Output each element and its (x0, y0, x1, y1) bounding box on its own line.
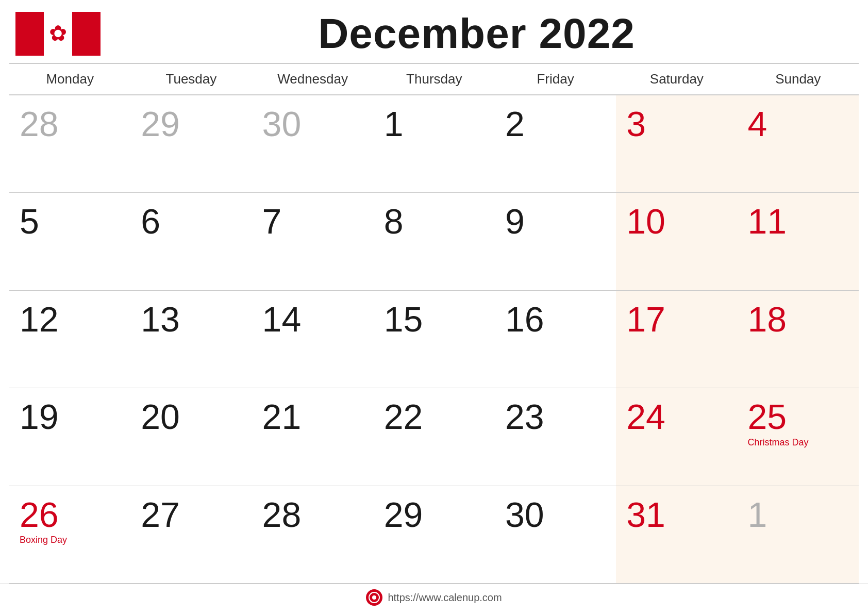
day-number: 1 (384, 104, 404, 143)
calendar-day-cell[interactable]: 26Boxing Day (9, 486, 130, 584)
weekday-header-row: Monday Tuesday Wednesday Thursday Friday… (9, 63, 859, 95)
day-number: 6 (141, 202, 160, 241)
calendar-day-cell[interactable]: 27 (130, 486, 252, 584)
day-number: 26 (20, 495, 59, 534)
day-number: 27 (141, 495, 180, 534)
day-number: 24 (626, 397, 665, 436)
day-number: 19 (20, 397, 59, 436)
day-number: 10 (626, 202, 665, 241)
calendar-day-cell[interactable]: 31 (616, 486, 737, 584)
calendar-day-cell[interactable]: 4 (737, 95, 859, 193)
header-tuesday: Tuesday (130, 63, 252, 95)
day-number: 1 (747, 495, 767, 534)
calendar-day-cell[interactable]: 5 (9, 193, 130, 291)
calendar-day-cell[interactable]: 1 (737, 486, 859, 584)
calendar-day-cell[interactable]: 1 (374, 95, 495, 193)
header-thursday: Thursday (374, 63, 495, 95)
day-number: 25 (747, 397, 787, 436)
day-number: 4 (747, 104, 767, 143)
day-number: 13 (141, 300, 180, 339)
calendar-day-cell[interactable]: 11 (737, 193, 859, 291)
calendar-week-row: 19202122232425Christmas Day (9, 388, 859, 486)
calendar-day-cell[interactable]: 22 (374, 388, 495, 486)
page-title: December 2022 (101, 9, 853, 58)
svg-point-1 (372, 595, 376, 600)
maple-leaf-icon: ✿ (49, 23, 67, 44)
calendar-header: Monday Tuesday Wednesday Thursday Friday… (9, 63, 859, 95)
day-number: 18 (747, 300, 787, 339)
calendar-week-row: 12131415161718 (9, 290, 859, 388)
calendar-day-cell[interactable]: 19 (9, 388, 130, 486)
day-number: 30 (262, 104, 302, 143)
day-number: 8 (384, 202, 404, 241)
calendar-week-row: 2829301234 (9, 95, 859, 193)
day-number: 16 (505, 300, 544, 339)
day-number: 17 (626, 300, 665, 339)
day-number: 2 (505, 104, 525, 143)
calendar-day-cell[interactable]: 15 (374, 290, 495, 388)
calendar-day-cell[interactable]: 6 (130, 193, 252, 291)
calendar-body: 2829301234567891011121314151617181920212… (9, 95, 859, 584)
header-saturday: Saturday (616, 63, 737, 95)
calendar-day-cell[interactable]: 7 (252, 193, 374, 291)
calendar-day-cell[interactable]: 29 (374, 486, 495, 584)
day-number: 31 (626, 495, 665, 534)
calendar-day-cell[interactable]: 8 (374, 193, 495, 291)
day-number: 20 (141, 397, 180, 436)
calendar-day-cell[interactable]: 16 (495, 290, 616, 388)
footer: https://www.calenup.com (0, 584, 868, 614)
header-sunday: Sunday (737, 63, 859, 95)
calendar-day-cell[interactable]: 14 (252, 290, 374, 388)
day-number: 29 (141, 104, 180, 143)
calendar-wrapper: Monday Tuesday Wednesday Thursday Friday… (0, 63, 868, 584)
day-number: 28 (20, 104, 59, 143)
calendar-week-row: 567891011 (9, 193, 859, 291)
day-number: 15 (384, 300, 423, 339)
day-number: 9 (505, 202, 525, 241)
day-number: 30 (505, 495, 544, 534)
footer-url: https://www.calenup.com (388, 592, 502, 604)
day-number: 7 (262, 202, 282, 241)
calendar-day-cell[interactable]: 12 (9, 290, 130, 388)
calendar-day-cell[interactable]: 28 (9, 95, 130, 193)
flag-center: ✿ (44, 12, 72, 56)
calendar-day-cell[interactable]: 10 (616, 193, 737, 291)
calendar-day-cell[interactable]: 20 (130, 388, 252, 486)
calendar-week-row: 26Boxing Day27282930311 (9, 486, 859, 584)
day-number: 3 (626, 104, 646, 143)
day-number: 22 (384, 397, 423, 436)
calendar-day-cell[interactable]: 2 (495, 95, 616, 193)
header: ✿ December 2022 (0, 0, 868, 63)
calendar-day-cell[interactable]: 17 (616, 290, 737, 388)
day-number: 28 (262, 495, 302, 534)
holiday-label: Christmas Day (747, 437, 848, 448)
header-wednesday: Wednesday (252, 63, 374, 95)
day-number: 5 (20, 202, 39, 241)
calendar-day-cell[interactable]: 29 (130, 95, 252, 193)
day-number: 11 (747, 202, 787, 241)
flag-right-stripe (72, 12, 101, 56)
calendar-day-cell[interactable]: 23 (495, 388, 616, 486)
calendar-day-cell[interactable]: 30 (252, 95, 374, 193)
calendar-day-cell[interactable]: 21 (252, 388, 374, 486)
day-number: 29 (384, 495, 423, 534)
header-monday: Monday (9, 63, 130, 95)
calendar-day-cell[interactable]: 30 (495, 486, 616, 584)
calendar-day-cell[interactable]: 3 (616, 95, 737, 193)
day-number: 23 (505, 397, 544, 436)
header-friday: Friday (495, 63, 616, 95)
canada-flag-logo: ✿ (15, 12, 101, 56)
holiday-label: Boxing Day (20, 535, 120, 545)
calendar-table: Monday Tuesday Wednesday Thursday Friday… (9, 63, 859, 584)
day-number: 12 (20, 300, 59, 339)
day-number: 14 (262, 300, 302, 339)
day-number: 21 (262, 397, 302, 436)
calendar-day-cell[interactable]: 25Christmas Day (737, 388, 859, 486)
calendar-day-cell[interactable]: 13 (130, 290, 252, 388)
calenup-icon (366, 589, 382, 606)
calendar-day-cell[interactable]: 28 (252, 486, 374, 584)
calendar-day-cell[interactable]: 18 (737, 290, 859, 388)
flag-left-stripe (15, 12, 44, 56)
calendar-day-cell[interactable]: 24 (616, 388, 737, 486)
calendar-day-cell[interactable]: 9 (495, 193, 616, 291)
